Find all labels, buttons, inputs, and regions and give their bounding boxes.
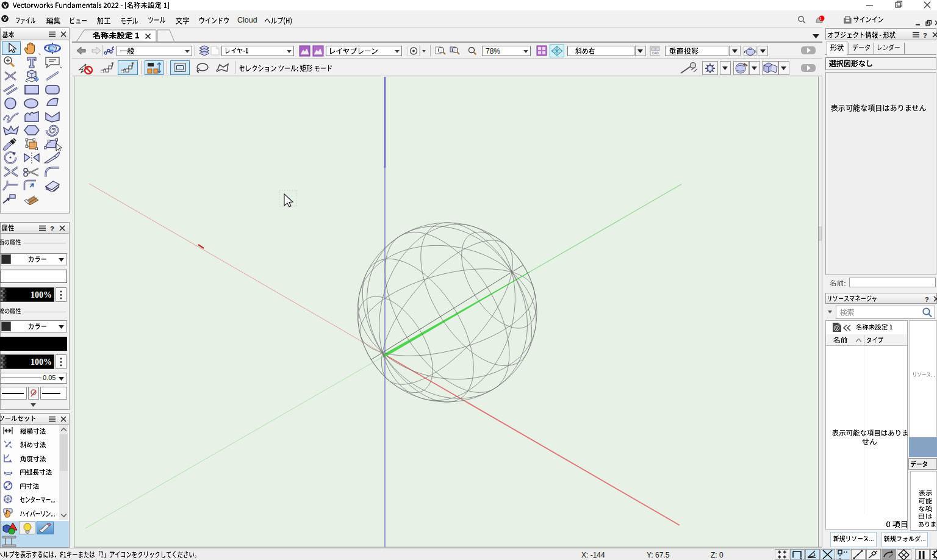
svg-text:1: 1 bbox=[819, 16, 822, 21]
svg-text:?: ? bbox=[925, 296, 929, 303]
svg-text:CAD: CAD bbox=[652, 51, 659, 55]
svg-text:?: ? bbox=[50, 225, 54, 232]
svg-text:?: ? bbox=[923, 32, 927, 38]
